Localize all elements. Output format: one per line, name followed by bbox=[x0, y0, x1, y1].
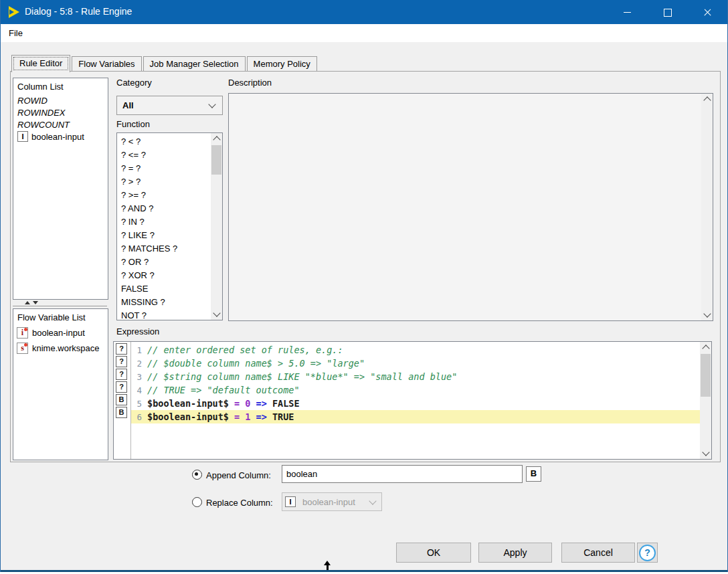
expression-scrollbar[interactable] bbox=[700, 342, 711, 459]
expression-line[interactable]: 1// enter ordered set of rules, e.g.: bbox=[131, 343, 700, 357]
rule-status-icon: B bbox=[116, 394, 127, 405]
function-item[interactable]: ? MATCHES ? bbox=[117, 242, 211, 255]
flow-variable-list-label: Flow Variable List bbox=[13, 309, 108, 325]
flow-variable-list-items: iboolean-inputsknime.workspace bbox=[13, 325, 108, 356]
window-title: Dialog - 5:8 - Rule Engine bbox=[25, 6, 132, 17]
expression-line[interactable]: 6$boolean-input$ = 1 => TRUE bbox=[131, 410, 700, 423]
function-item[interactable]: ? OR ? bbox=[117, 255, 211, 268]
function-item[interactable]: ? < ? bbox=[117, 134, 211, 148]
append-column-input[interactable]: boolean bbox=[282, 465, 523, 483]
flow-variable-item[interactable]: sknime.workspace bbox=[13, 341, 108, 356]
column-list-label: Column List bbox=[13, 78, 108, 94]
function-item[interactable]: ? = ? bbox=[117, 161, 211, 175]
replace-column-value: boolean-input bbox=[299, 497, 370, 507]
replace-column-radio[interactable] bbox=[192, 497, 202, 507]
line-number: 1 bbox=[131, 345, 142, 355]
minimize-button[interactable] bbox=[607, 0, 647, 24]
ok-button[interactable]: OK bbox=[396, 543, 471, 563]
line-number: 2 bbox=[131, 359, 142, 369]
replace-column-select: I boolean-input bbox=[282, 492, 382, 511]
splitter-up-icon[interactable] bbox=[25, 301, 30, 304]
rule-status-icon: ? bbox=[116, 381, 127, 393]
help-icon: ? bbox=[639, 545, 656, 561]
column-list: Column List ROWIDROWINDEXROWCOUNTIboolea… bbox=[13, 78, 108, 300]
function-item[interactable]: ? IN ? bbox=[117, 215, 211, 228]
category-label: Category bbox=[116, 78, 152, 88]
flow-variable-list: Flow Variable List iboolean-inputsknime.… bbox=[13, 308, 108, 460]
function-item[interactable]: FALSE bbox=[117, 282, 211, 295]
line-number: 4 bbox=[131, 385, 142, 395]
menubar: File bbox=[1, 24, 727, 42]
titlebar[interactable]: Dialog - 5:8 - Rule Engine bbox=[1, 0, 727, 24]
scroll-up-button[interactable] bbox=[700, 342, 711, 353]
append-column-label: Append Column: bbox=[206, 470, 271, 480]
menu-file[interactable]: File bbox=[6, 27, 25, 39]
close-button[interactable] bbox=[687, 0, 727, 24]
function-label: Function bbox=[116, 119, 150, 129]
integer-column-icon: I bbox=[285, 496, 296, 507]
scroll-up-button[interactable] bbox=[211, 133, 222, 145]
function-item[interactable]: NOT ? bbox=[117, 308, 211, 320]
knime-logo-icon bbox=[9, 6, 19, 18]
maximize-icon bbox=[664, 9, 672, 17]
function-item[interactable]: ? > ? bbox=[117, 175, 211, 188]
help-button[interactable]: ? bbox=[637, 543, 658, 563]
cancel-button[interactable]: Cancel bbox=[561, 543, 635, 563]
function-item[interactable]: ? XOR ? bbox=[117, 268, 211, 282]
expression-line[interactable]: 2// $double column name$ > 5.0 => "large… bbox=[131, 357, 700, 370]
function-item[interactable]: ? <= ? bbox=[117, 148, 211, 161]
tab-bar: Rule EditorFlow VariablesJob Manager Sel… bbox=[11, 56, 318, 72]
expression-line[interactable]: 5$boolean-input$ = 0 => FALSE bbox=[131, 397, 700, 410]
scroll-down-button[interactable] bbox=[211, 308, 222, 320]
expression-label: Expression bbox=[116, 326, 159, 337]
rule-status-icon: ? bbox=[116, 356, 127, 367]
scrollbar-thumb[interactable] bbox=[211, 145, 221, 175]
line-number: 3 bbox=[131, 372, 142, 382]
tab-memory-policy[interactable]: Memory Policy bbox=[247, 56, 317, 72]
function-item[interactable]: MISSING ? bbox=[117, 295, 211, 308]
window-bottom-edge[interactable] bbox=[1, 570, 727, 572]
scrollbar-thumb[interactable] bbox=[701, 354, 711, 397]
expression-line[interactable]: 3// $string column name$ LIKE "*blue*" =… bbox=[131, 370, 700, 383]
function-item[interactable]: ? AND ? bbox=[117, 201, 211, 215]
function-scrollbar[interactable] bbox=[211, 133, 222, 320]
expression-line[interactable]: 4// TRUE => "default outcome" bbox=[131, 383, 700, 397]
tab-job-manager-selection[interactable]: Job Manager Selection bbox=[143, 56, 246, 72]
description-scrollbar[interactable] bbox=[701, 94, 713, 320]
dialog-window: Dialog - 5:8 - Rule Engine File Rule Edi… bbox=[0, 0, 728, 572]
function-item[interactable]: ? LIKE ? bbox=[117, 228, 211, 242]
flow-variable-s-icon: s bbox=[17, 343, 28, 354]
tab-flow-variables[interactable]: Flow Variables bbox=[72, 56, 141, 72]
category-select[interactable]: All bbox=[116, 96, 223, 115]
column-list-item[interactable]: ROWID bbox=[13, 94, 108, 106]
flow-variable-item[interactable]: iboolean-input bbox=[13, 325, 108, 341]
rule-status-icon: B bbox=[116, 407, 127, 418]
description-label: Description bbox=[228, 78, 272, 88]
splitter-down-icon[interactable] bbox=[33, 301, 38, 304]
description-panel bbox=[228, 93, 713, 321]
scroll-down-button[interactable] bbox=[700, 448, 711, 459]
line-number: 5 bbox=[131, 399, 142, 409]
scroll-up-button[interactable] bbox=[701, 94, 713, 105]
function-item[interactable]: ? >= ? bbox=[117, 188, 211, 201]
rule-status-icon: ? bbox=[116, 343, 127, 355]
flow-variable-i-icon: i bbox=[17, 327, 28, 339]
column-list-item[interactable]: ROWINDEX bbox=[13, 106, 108, 118]
append-column-radio[interactable] bbox=[192, 470, 202, 480]
function-list-items: ? < ?? <= ?? = ?? > ?? >= ?? AND ?? IN ?… bbox=[117, 134, 211, 320]
column-list-item[interactable]: Iboolean-input bbox=[13, 130, 108, 142]
tab-rule-editor[interactable]: Rule Editor bbox=[11, 55, 70, 72]
append-column-value: boolean bbox=[286, 469, 317, 479]
maximize-button[interactable] bbox=[647, 0, 687, 24]
apply-button[interactable]: Apply bbox=[478, 543, 552, 563]
line-number: 6 bbox=[131, 412, 142, 422]
scroll-down-button[interactable] bbox=[701, 309, 713, 320]
splitter-bar[interactable] bbox=[13, 306, 107, 306]
boolean-type-button[interactable]: B bbox=[526, 466, 541, 482]
expression-editor[interactable]: ????BB 1// enter ordered set of rules, e… bbox=[113, 341, 712, 460]
chevron-down-icon bbox=[369, 497, 376, 504]
rule-status-icon: ? bbox=[116, 369, 127, 380]
integer-column-icon: I bbox=[17, 131, 28, 142]
column-list-item[interactable]: ROWCOUNT bbox=[13, 118, 108, 130]
replace-column-label: Replace Column: bbox=[206, 498, 273, 508]
